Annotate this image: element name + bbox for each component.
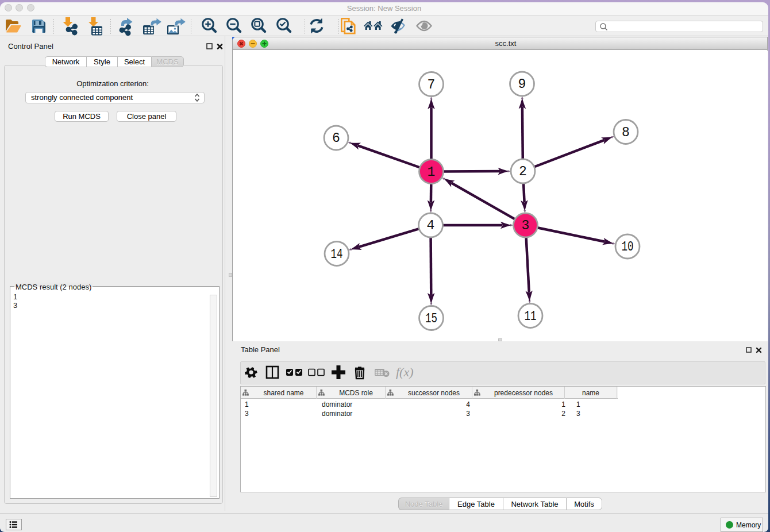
- svg-text:f(x): f(x): [396, 365, 414, 379]
- svg-text:1: 1: [428, 165, 436, 180]
- svg-text:3: 3: [522, 218, 530, 233]
- svg-text:14: 14: [331, 247, 343, 262]
- svg-text:2: 2: [519, 164, 527, 179]
- svg-text:6: 6: [332, 131, 340, 146]
- svg-text:4: 4: [427, 218, 435, 233]
- svg-text:10: 10: [622, 240, 634, 255]
- svg-text:7: 7: [428, 78, 436, 92]
- svg-text:8: 8: [622, 125, 630, 140]
- svg-text:15: 15: [425, 311, 437, 326]
- svg-text:9: 9: [518, 77, 526, 92]
- svg-text:11: 11: [525, 309, 537, 324]
